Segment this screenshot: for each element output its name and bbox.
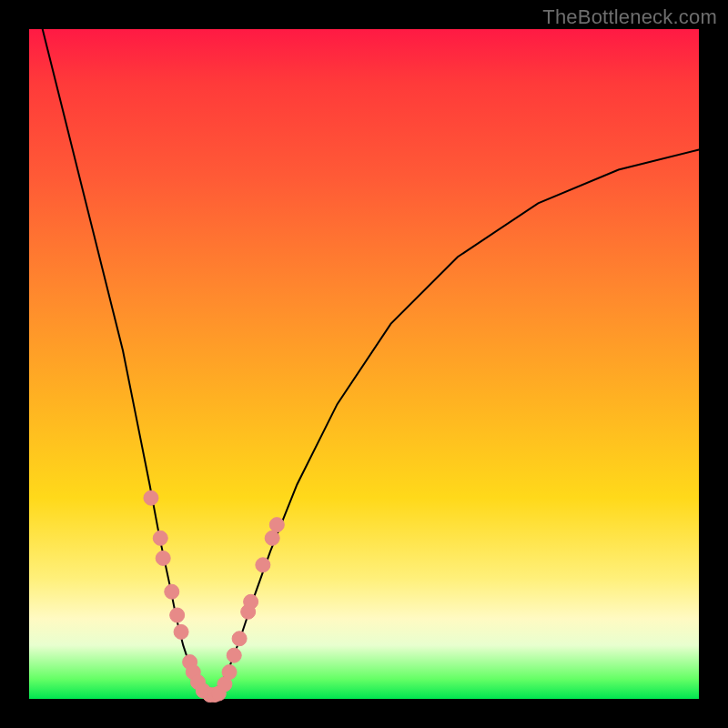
bead-dot — [222, 665, 237, 680]
bead-dot — [174, 624, 188, 639]
curve-svg — [29, 29, 699, 699]
bead-dot — [256, 558, 270, 572]
bead-dot — [153, 531, 167, 545]
bead-dot — [269, 518, 284, 532]
left-curve — [43, 29, 210, 695]
chart-frame: TheBottleneck.com — [0, 0, 728, 728]
plot-area — [29, 29, 699, 699]
bead-dot — [156, 551, 170, 565]
bead-dot — [144, 490, 158, 505]
watermark-text: TheBottleneck.com — [542, 5, 717, 29]
bead-dot — [170, 608, 185, 622]
bead-dot — [165, 584, 179, 599]
bead-dot — [232, 632, 247, 646]
bead-dot — [227, 648, 241, 662]
bead-group — [144, 490, 284, 702]
bead-dot — [265, 531, 279, 545]
right-curve — [210, 149, 699, 695]
bead-dot — [244, 594, 258, 609]
